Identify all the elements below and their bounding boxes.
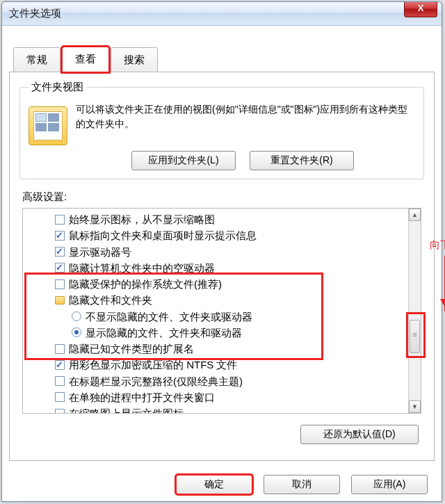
list-item[interactable]: 鼠标指向文件夹和桌面项时显示提示信息	[27, 227, 419, 243]
folder-view-desc: 可以将该文件夹正在使用的视图(例如"详细信息"或"图标")应用到所有这种类型的文…	[76, 99, 415, 131]
apply-to-folders-button[interactable]: 应用到文件夹(L)	[131, 151, 236, 170]
folder-view-legend: 文件夹视图	[29, 81, 86, 94]
advanced-listbox[interactable]: 始终显示图标，从不显示缩略图 鼠标指向文件夹和桌面项时显示提示信息 显示驱动器号…	[22, 208, 421, 414]
checkbox-icon[interactable]	[55, 231, 65, 241]
tab-strip: 常规 查看 搜索	[13, 45, 435, 72]
checkbox-icon[interactable]	[55, 360, 65, 370]
scroll-down-button[interactable]: ▼	[409, 400, 421, 413]
dialog-footer: 确定 取消 应用(A)	[2, 475, 442, 494]
list-item[interactable]: 不显示隐藏的文件、文件夹或驱动器	[27, 309, 419, 325]
checkbox-icon[interactable]	[55, 392, 65, 402]
advanced-tree: 始终显示图标，从不显示缩略图 鼠标指向文件夹和桌面项时显示提示信息 显示驱动器号…	[27, 211, 419, 414]
apply-button[interactable]: 应用(A)	[351, 475, 428, 494]
tab-panel-view: 文件夹视图 可以将该文件夹正在使用的视图(例如"详细信息"或"图标")应用到所有…	[9, 72, 435, 461]
close-button[interactable]: X	[404, 2, 437, 17]
reset-folders-button[interactable]: 重置文件夹(R)	[250, 151, 354, 170]
ok-button[interactable]: 确定	[176, 475, 252, 494]
scroll-thumb[interactable]	[410, 320, 420, 353]
folder-options-window: 文件夹选项 X 常规 查看 搜索 文件夹视图 可以将该文件夹正在使用的视图(例如…	[1, 1, 442, 502]
checkbox-icon[interactable]	[55, 247, 65, 257]
checkbox-icon[interactable]	[55, 409, 65, 414]
list-item[interactable]: 在标题栏显示完整路径(仅限经典主题)	[27, 373, 419, 389]
advanced-label: 高级设置:	[22, 190, 427, 204]
window-title: 文件夹选项	[9, 7, 61, 20]
scroll-up-button[interactable]: ▲	[409, 209, 421, 221]
advanced-box-wrap: 始终显示图标，从不显示缩略图 鼠标指向文件夹和桌面项时显示提示信息 显示驱动器号…	[22, 208, 421, 414]
checkbox-icon[interactable]	[55, 215, 65, 225]
checkbox-icon[interactable]	[55, 376, 65, 386]
list-item[interactable]: 显示隐藏的文件、文件夹和驱动器	[27, 325, 419, 341]
folder-view-group: 文件夹视图 可以将该文件夹正在使用的视图(例如"详细信息"或"图标")应用到所有…	[19, 81, 424, 179]
restore-defaults-button[interactable]: 还原为默认值(D)	[300, 425, 419, 444]
list-item[interactable]: 在单独的进程中打开文件夹窗口	[27, 389, 419, 405]
list-item[interactable]: 在缩略图上显示文件图标	[27, 405, 419, 414]
tab-general[interactable]: 常规	[13, 47, 60, 72]
tab-search[interactable]: 搜索	[111, 47, 158, 72]
client-area: 常规 查看 搜索 文件夹视图 可以将该文件夹正在使用的视图(例如"详细信息"或"…	[2, 26, 442, 468]
folder-view-icon	[29, 106, 67, 145]
list-item: 隐藏文件和文件夹	[27, 292, 419, 308]
annotation-scroll-hint: 向下拉	[426, 238, 445, 311]
list-item[interactable]: 隐藏已知文件类型的扩展名	[27, 341, 419, 357]
radio-icon[interactable]	[72, 327, 81, 337]
folder-icon	[55, 296, 65, 304]
scrollbar[interactable]: ▲ ▼	[408, 209, 421, 413]
radio-icon[interactable]	[72, 311, 81, 321]
cancel-button[interactable]: 取消	[264, 475, 340, 494]
checkbox-icon[interactable]	[55, 279, 65, 289]
checkbox-icon[interactable]	[55, 344, 65, 354]
checkbox-icon[interactable]	[55, 263, 65, 273]
list-item[interactable]: 用彩色显示加密或压缩的 NTFS 文件	[27, 357, 419, 373]
tab-view[interactable]: 查看	[62, 47, 109, 72]
list-item[interactable]: 隐藏受保护的操作系统文件(推荐)	[27, 276, 419, 292]
list-item[interactable]: 始终显示图标，从不显示缩略图	[27, 211, 419, 227]
titlebar: 文件夹选项 X	[2, 2, 442, 26]
list-item[interactable]: 显示驱动器号	[27, 244, 419, 260]
list-item[interactable]: 隐藏计算机文件夹中的空驱动器	[27, 260, 419, 276]
